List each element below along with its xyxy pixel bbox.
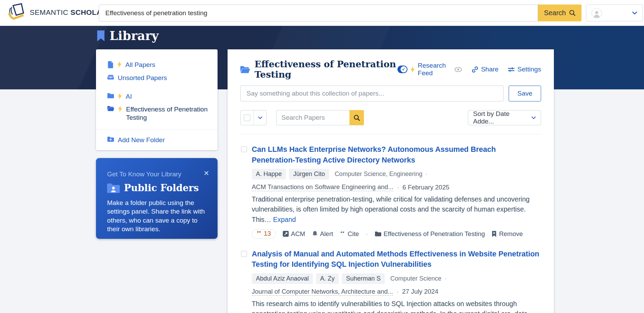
author-chip[interactable]: Jürgen Cito [289, 169, 329, 179]
quote-icon: “ [340, 232, 345, 236]
remove-button[interactable]: Remove [492, 230, 523, 238]
search-papers-button[interactable] [349, 110, 364, 125]
semantic-scholar-logo-icon [8, 3, 26, 22]
fields-of-study: Computer Science [390, 275, 441, 282]
sliders-icon [508, 67, 515, 72]
toggle-check-icon [401, 66, 407, 72]
search-icon [354, 115, 360, 121]
external-link-icon [283, 231, 289, 237]
paper-checkbox[interactable] [241, 146, 247, 152]
lightning-icon [117, 61, 122, 68]
lightning-icon [411, 66, 415, 73]
folder-plus-icon [107, 136, 114, 142]
expand-link[interactable]: Expand [273, 216, 296, 223]
select-all-checkbox[interactable] [241, 110, 254, 125]
sidebar-divider [96, 129, 218, 129]
library-sidebar: All Papers Unsorted Papers AI Ef [96, 49, 218, 150]
sidebar-item-effectiveness-folder[interactable]: Effectiveness of Penetration Testing [96, 103, 218, 124]
promo-title: Public Folders [124, 183, 199, 193]
header-search-input[interactable] [99, 4, 538, 21]
source-link-acm[interactable]: ACM [283, 230, 305, 238]
paper-abstract: Traditional enterprise penetration-testi… [252, 194, 541, 225]
promo-body: Make a folder public using the settings … [107, 198, 207, 233]
folder-icon [107, 93, 114, 98]
tray-icon [107, 74, 114, 80]
brand-name: SEMANTIC SCHOLAR [30, 8, 107, 17]
collection-title: Effectiveness of Penetration Testing [254, 59, 397, 80]
promo-card: Get To Know Your Library ✕ Public Folder… [96, 158, 218, 239]
promo-eyebrow: Get To Know Your Library [107, 170, 207, 178]
list-divider [240, 134, 541, 134]
paper-title-link[interactable]: Analysis of Manual and Automated Methods… [252, 249, 541, 270]
search-icon [569, 10, 576, 16]
page: Library SEMANTIC SCHOLAR Search [0, 0, 644, 313]
chevron-down-icon [632, 11, 637, 15]
quote-icon: “ [257, 231, 262, 236]
collection-panel: Effectiveness of Penetration Testing Res… [228, 49, 554, 313]
folder-assignment[interactable]: Effectiveness of Penetration Testing [375, 230, 485, 238]
app-header: SEMANTIC SCHOLAR Search [0, 0, 644, 26]
sort-dropdown[interactable]: Sort by Date Adde... [468, 110, 541, 125]
chevron-down-icon [531, 116, 536, 119]
citation-count-badge[interactable]: “ 13 [252, 229, 276, 239]
lightning-icon [118, 106, 122, 112]
lightning-icon [118, 93, 122, 99]
sidebar-item-unsorted-papers[interactable]: Unsorted Papers [96, 71, 218, 85]
author-chip[interactable]: Suherman S [342, 273, 385, 284]
search-papers-input[interactable] [276, 110, 349, 125]
paper-entry: Can LLMs Hack Enterprise Networks? Auton… [240, 144, 541, 239]
brand-logo[interactable]: SEMANTIC SCHOLAR [8, 3, 107, 22]
author-chip[interactable]: Abdul Aziz Anaoval [252, 273, 313, 284]
author-chip[interactable]: A. Zy [316, 273, 339, 284]
bookmark-x-icon [492, 231, 497, 237]
fields-of-study: Computer Science, Engineering [335, 170, 422, 178]
paper-checkbox[interactable] [241, 251, 247, 257]
venue-link[interactable]: ACM Transactions on Software Engineering… [252, 183, 393, 191]
paper-entry: Analysis of Manual and Automated Methods… [240, 249, 541, 313]
sidebar-item-all-papers[interactable]: All Papers [96, 58, 218, 71]
settings-button[interactable]: Settings [508, 66, 541, 73]
research-feed-link[interactable]: Research Feed [418, 62, 451, 77]
publish-date: 27 July 2024 [402, 288, 438, 295]
publish-date: 6 February 2025 [402, 184, 449, 191]
sidebar-item-ai-folder[interactable]: AI [96, 90, 218, 103]
paper-title-link[interactable]: Can LLMs Hack Enterprise Networks? Auton… [252, 144, 541, 165]
eye-icon[interactable] [454, 67, 462, 72]
select-menu-chevron[interactable] [254, 110, 266, 125]
link-icon [472, 66, 478, 73]
collection-description-input[interactable] [240, 86, 503, 101]
bookmark-icon [97, 30, 105, 41]
page-title: Library [109, 29, 158, 43]
avatar [592, 8, 602, 18]
header-search-button[interactable]: Search [538, 4, 581, 21]
document-icon [107, 61, 114, 68]
bell-icon [312, 231, 318, 237]
folder-icon [375, 231, 381, 236]
research-feed-toggle[interactable] [397, 66, 407, 73]
close-icon[interactable]: ✕ [203, 169, 209, 177]
folder-open-icon [240, 66, 250, 73]
library-heading: Library [97, 29, 158, 43]
folder-open-icon [107, 106, 114, 111]
account-menu-button[interactable] [586, 4, 643, 21]
cite-button[interactable]: “ Cite [340, 230, 359, 238]
author-chip[interactable]: A. Happe [252, 169, 286, 179]
share-button[interactable]: Share [472, 66, 499, 73]
venue-link[interactable]: Journal of Computer Networks, Architectu… [252, 288, 393, 296]
add-new-folder-button[interactable]: Add New Folder [96, 134, 218, 147]
paper-abstract: This research aims to identify vulnerabi… [252, 299, 541, 313]
folder-user-icon [107, 183, 120, 193]
select-all-split-button [240, 110, 267, 125]
save-button[interactable]: Save [509, 86, 541, 101]
alert-button[interactable]: Alert [312, 230, 333, 238]
